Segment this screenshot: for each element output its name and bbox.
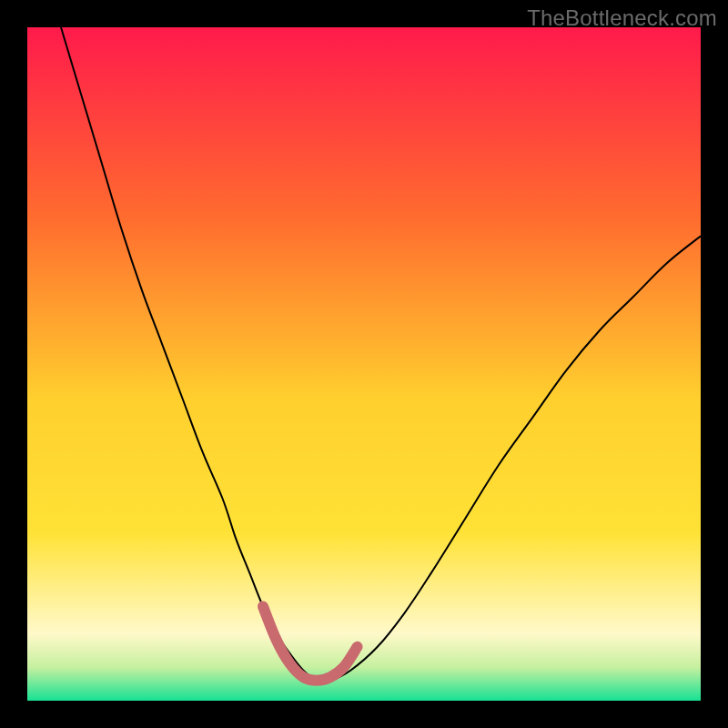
plot-background bbox=[27, 27, 701, 701]
chart-stage: TheBottleneck.com bbox=[0, 0, 728, 728]
plot-area bbox=[27, 27, 701, 701]
chart-svg bbox=[27, 27, 701, 701]
